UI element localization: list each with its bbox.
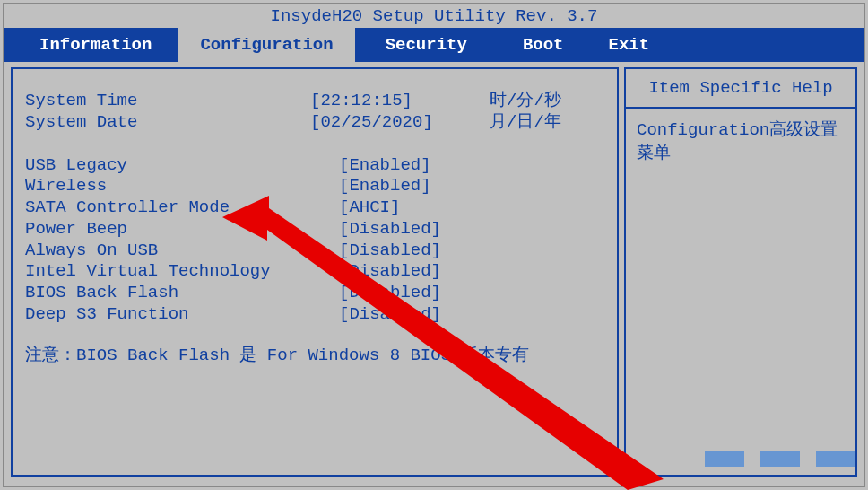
setting-label: Power Beep xyxy=(25,219,339,241)
setting-usb-legacy[interactable]: USB Legacy [Enabled] xyxy=(25,155,604,177)
setting-value[interactable]: [Enabled] xyxy=(339,176,518,197)
setting-wireless[interactable]: Wireless [Enabled] xyxy=(25,176,604,197)
setting-always-on-usb[interactable]: Always On USB [Disabled] xyxy=(25,241,604,262)
system-date-suffix: 月/日/年 xyxy=(490,112,604,134)
setting-value[interactable]: [Disabled] xyxy=(339,261,518,283)
setting-label: Wireless xyxy=(25,176,339,197)
help-header: Item Specific Help xyxy=(626,69,855,109)
setting-label: Deep S3 Function xyxy=(25,304,339,326)
help-panel: Item Specific Help Configuration高级设置菜单 xyxy=(624,67,857,477)
setting-value[interactable]: [Disabled] xyxy=(339,219,518,241)
note-text: 注意：BIOS Back Flash 是 For Windows 8 BIOS … xyxy=(25,346,604,367)
setting-label: Intel Virtual Technology xyxy=(25,261,339,283)
setting-label: BIOS Back Flash xyxy=(25,283,339,304)
setting-label: USB Legacy xyxy=(25,155,339,177)
system-date-row[interactable]: System Date [02/25/2020] 月/日/年 xyxy=(25,112,604,134)
main-panel: System Time [22:12:15] 时/分/秒 System Date… xyxy=(11,67,619,477)
system-date-label: System Date xyxy=(25,112,310,134)
setting-value[interactable]: [Disabled] xyxy=(339,241,518,262)
system-time-value[interactable]: [22:12:15] xyxy=(310,91,490,112)
watermark xyxy=(705,451,855,467)
page-title: InsydeH20 Setup Utility Rev. 3.7 xyxy=(4,4,864,28)
setting-intel-virtual-technology[interactable]: Intel Virtual Technology [Disabled] xyxy=(25,261,604,283)
system-date-value[interactable]: [02/25/2020] xyxy=(310,112,490,134)
system-time-row[interactable]: System Time [22:12:15] 时/分/秒 xyxy=(25,91,604,112)
tab-information[interactable]: Information xyxy=(13,28,178,62)
setting-label: SATA Controller Mode xyxy=(25,197,339,219)
setting-sata-controller-mode[interactable]: SATA Controller Mode [AHCI] xyxy=(25,197,604,219)
tab-exit[interactable]: Exit xyxy=(588,28,669,62)
system-time-suffix: 时/分/秒 xyxy=(490,91,604,112)
system-time-label: System Time xyxy=(25,91,310,112)
setting-power-beep[interactable]: Power Beep [Disabled] xyxy=(25,219,604,241)
tab-security[interactable]: Security xyxy=(355,28,498,62)
tab-configuration[interactable]: Configuration xyxy=(178,28,354,62)
setting-value[interactable]: [Disabled] xyxy=(339,304,518,326)
setting-deep-s3-function[interactable]: Deep S3 Function [Disabled] xyxy=(25,304,604,326)
setting-value[interactable]: [Disabled] xyxy=(339,283,518,304)
setting-value[interactable]: [Enabled] xyxy=(339,155,518,177)
tab-bar: Information Configuration Security Boot … xyxy=(4,28,864,62)
setting-bios-back-flash[interactable]: BIOS Back Flash [Disabled] xyxy=(25,283,604,304)
setting-label: Always On USB xyxy=(25,241,339,262)
tab-boot[interactable]: Boot xyxy=(498,28,589,62)
help-body: Configuration高级设置菜单 xyxy=(626,109,855,173)
setting-value[interactable]: [AHCI] xyxy=(339,197,518,219)
